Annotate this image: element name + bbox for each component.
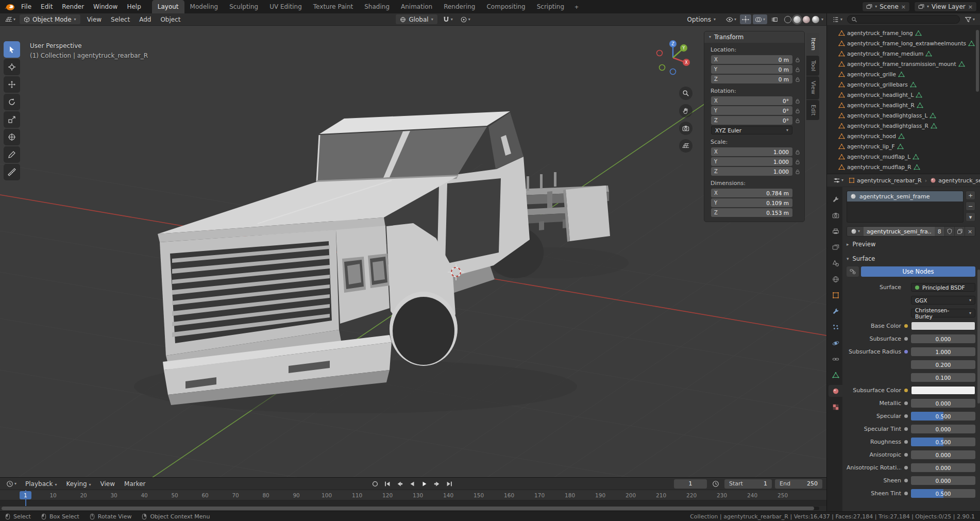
workspace-tab-scripting[interactable]: Scripting (531, 0, 570, 13)
add-workspace-button[interactable]: + (571, 2, 582, 12)
use-nodes-button[interactable]: Use Nodes (861, 266, 975, 277)
lock-icon[interactable] (795, 108, 801, 114)
viewport-menu-select[interactable]: Select (106, 16, 134, 23)
rotation-mode-select[interactable]: XYZ Euler▾ (711, 126, 792, 135)
prop-specular-tint[interactable]: 0.000 (911, 425, 975, 433)
properties-tab-texture[interactable] (829, 401, 842, 413)
jump-to-end-button[interactable] (444, 479, 454, 489)
show-gizmo-toggle[interactable] (740, 14, 751, 24)
prop-anisotropic-rotati[interactable]: 0.000 (911, 463, 975, 472)
properties-tab-object-data[interactable] (829, 369, 842, 381)
camera-view-icon[interactable] (679, 122, 692, 135)
menu-window[interactable]: Window (89, 3, 122, 10)
scene-selector[interactable]: ▾ Scene × (862, 2, 910, 12)
prop-value[interactable]: 0.100 (911, 373, 975, 382)
outliner-item-agentytruck-grillebars[interactable]: agentytruck_grillebars (827, 79, 980, 90)
preview-panel-header[interactable]: ▸Preview (847, 238, 975, 251)
workspace-tab-uv-editing[interactable]: UV Editing (264, 0, 308, 13)
npanel-tab-item[interactable]: Item (806, 33, 819, 55)
workspace-tab-sculpting[interactable]: Sculpting (224, 0, 264, 13)
lock-icon[interactable] (795, 117, 801, 124)
npanel-tab-view[interactable]: View (806, 76, 819, 99)
menu-edit[interactable]: Edit (36, 3, 57, 10)
mode-dropdown[interactable]: Object Mode▾ (20, 14, 80, 24)
color-swatch-subsurface-color[interactable] (911, 386, 975, 395)
show-overlays-toggle[interactable]: ▾ (753, 14, 767, 24)
timeline-editor-type-dropdown[interactable]: ▾ (4, 479, 19, 489)
properties-scrollbar[interactable] (977, 270, 980, 404)
properties-tab-render[interactable] (829, 209, 842, 221)
color-swatch-base-color[interactable] (911, 322, 975, 330)
timeline-menu-marker[interactable]: Marker (120, 480, 150, 488)
viewport-menu-view[interactable]: View (82, 16, 106, 23)
workspace-tab-texture-paint[interactable]: Texture Paint (308, 0, 359, 13)
properties-tab-particles[interactable] (829, 321, 842, 333)
outliner-item-agentytruck-headlight-l[interactable]: agentytruck_headlight_L (827, 90, 980, 100)
properties-tab-world[interactable] (829, 273, 842, 285)
lock-icon[interactable] (795, 149, 801, 155)
properties-tab-output[interactable] (829, 225, 842, 237)
slot-op-remove[interactable]: − (966, 201, 975, 211)
material-browse-dropdown[interactable]: ▾ (847, 227, 864, 236)
timeline-menu-keying[interactable]: Keying ▾ (61, 480, 95, 488)
current-frame-field[interactable]: 1 (674, 479, 707, 489)
timeline-menu-view[interactable]: View (96, 480, 120, 488)
next-keyframe-button[interactable] (431, 479, 442, 489)
outliner-item-agentytruck-mudflap-l[interactable]: agentytruck_mudflap_L (827, 152, 980, 162)
outliner-item-agentytruck-frame-transmission-mount[interactable]: agentytruck_frame_transmission_mount (827, 59, 980, 69)
blender-logo-icon[interactable] (4, 3, 15, 11)
field-rotation-z[interactable]: Z0° (711, 116, 792, 125)
prop-subsurface-radius[interactable]: 1.000 (911, 347, 975, 356)
select-christensen-burley[interactable]: Christensen-Burley▾ (911, 309, 975, 317)
workspace-tab-layout[interactable]: Layout (152, 0, 184, 13)
workspace-tab-rendering[interactable]: Rendering (438, 0, 481, 13)
editor-type-dropdown[interactable]: ▾ (3, 14, 18, 24)
jump-to-start-button[interactable] (382, 479, 393, 489)
outliner-item-agentytruck-mudflap-r[interactable]: agentytruck_mudflap_R (827, 162, 980, 172)
outliner-editor-type-dropdown[interactable]: ▾ (830, 14, 844, 24)
outliner-item-agentytruck-headlightglass-l[interactable]: agentytruck_headlightglass_L (827, 110, 980, 121)
outliner-item-agentytruck-lip-f[interactable]: agentytruck_lip_F (827, 141, 980, 152)
field-scale-z[interactable]: Z1.000 (711, 167, 792, 176)
tool-cursor[interactable] (4, 59, 20, 75)
tool-select-box[interactable] (4, 41, 20, 58)
slot-op-specials[interactable]: ▾ (966, 212, 975, 222)
prop-specular[interactable]: 0.500 (911, 412, 975, 421)
auto-keying-record-button[interactable] (369, 479, 380, 489)
tool-transform[interactable] (4, 129, 20, 145)
field-dimensions-y[interactable]: Y0.109 m (711, 198, 792, 207)
prop-anisotropic[interactable]: 0.000 (911, 450, 975, 459)
view-layer-browse-caret[interactable]: ▾ (927, 5, 929, 9)
outliner-item-agentytruck-frame-long-extrawheelmounts[interactable]: agentytruck_frame_long_extrawheelmounts (827, 38, 980, 48)
field-scale-y[interactable]: Y1.000 (711, 157, 792, 166)
material-slot-agentytruck-semi-frame[interactable]: agentytruck_semi_frame (847, 191, 963, 201)
view-layer-selector[interactable]: ▾ View Layer × (914, 2, 977, 12)
scene-browse-caret[interactable]: ▾ (875, 5, 877, 9)
tool-measure[interactable] (4, 164, 20, 180)
prop-sheen-tint[interactable]: 0.500 (911, 489, 975, 498)
select-ggx[interactable]: GGX▾ (911, 296, 975, 305)
zoom-icon[interactable] (679, 87, 692, 100)
outliner-item-agentytruck-grille[interactable]: agentytruck_grille (827, 69, 980, 79)
scene-unlink-icon[interactable]: × (901, 4, 906, 10)
field-rotation-x[interactable]: X0° (711, 96, 792, 105)
new-material-copy-icon[interactable] (954, 227, 965, 236)
field-location-z[interactable]: Z0 m (711, 75, 792, 83)
shading-wireframe-button[interactable] (784, 16, 791, 23)
field-rotation-y[interactable]: Y0° (711, 106, 792, 115)
workspace-tab-compositing[interactable]: Compositing (481, 0, 531, 13)
field-scale-x[interactable]: X1.000 (711, 147, 792, 156)
prop-metallic[interactable]: 0.000 (911, 399, 975, 408)
proportional-editing-dropdown[interactable]: ▾ (458, 14, 472, 24)
tool-rotate[interactable] (4, 94, 20, 110)
surface-panel-header[interactable]: ▾Surface (847, 252, 975, 265)
field-location-y[interactable]: Y0 m (711, 65, 792, 74)
properties-tab-modifiers[interactable] (829, 305, 842, 317)
viewport-menu-add[interactable]: Add (134, 16, 156, 23)
tool-scale[interactable] (4, 111, 20, 128)
properties-tab-object[interactable] (829, 289, 842, 301)
breadcrumb-item-agentytruck-rearbar-r[interactable]: agentytruck_rearbar_R (849, 177, 922, 184)
outliner-item-agentytruck-headlight-r[interactable]: agentytruck_headlight_R (827, 100, 980, 110)
tool-annotate[interactable] (4, 146, 20, 163)
slot-op-add[interactable]: + (966, 191, 975, 200)
